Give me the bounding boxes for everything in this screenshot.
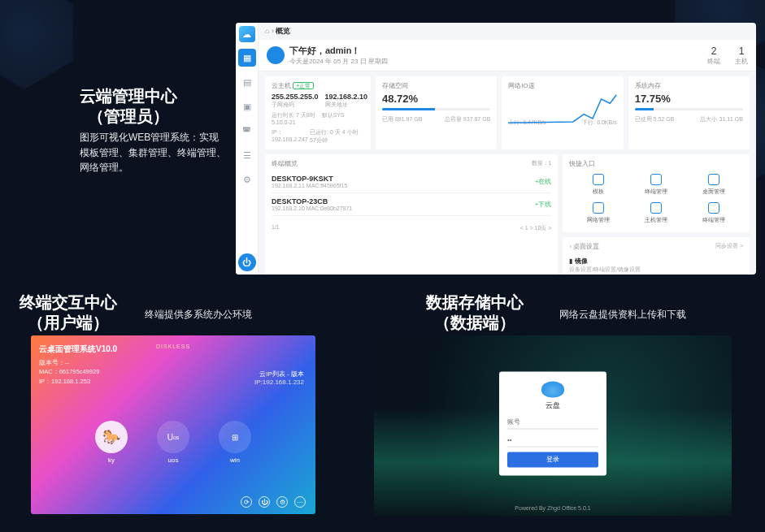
cloud-section-desc: 网络云盘提供资料上传和下载	[559, 307, 686, 322]
terminal-panel: 终端概览 数量：1 DESKTOP-9KSKT 192.168.2.11 MAC…	[265, 154, 558, 275]
login-title: 云盘	[507, 400, 598, 411]
username-input[interactable]	[507, 416, 598, 429]
terminal-section-title: 终端交互中心 （用户端）	[20, 292, 117, 333]
terminal-section-desc: 终端提供多系统办公环境	[145, 307, 252, 322]
nav-gear-icon[interactable]: ⚙	[238, 171, 256, 188]
sync-link[interactable]: 同步设置 >	[715, 242, 743, 253]
admin-section-desc: 图形可视化WEB管理系统：实现模板管理、集群管理、终端管理、网络管理。	[80, 130, 228, 175]
refresh-icon[interactable]: ⟳	[241, 496, 252, 508]
storage-card: 存储空间 48.72% 已用 891.97 GB 总容量 937.87 GB	[376, 76, 497, 149]
admin-section-title: 云端管理中心 （管理员）	[80, 86, 177, 127]
admin-sidebar: ☁ ▦ ▤ ▣ ◚ ☰ ⚙ ⏻	[236, 23, 259, 275]
quicklinks-panel: 快捷入口 模板 终端管理 桌面管理 网络管理 主机管理 终端管理	[563, 154, 750, 232]
os-option-uos[interactable]: Uos uos	[157, 421, 189, 464]
network-card: 网络IO速 上行: 8.47KB/s 下行: 6.0KB/s	[502, 76, 623, 149]
pager[interactable]: < 1 > 10页 >	[520, 224, 552, 232]
nav-overview-icon[interactable]: ▦	[238, 49, 256, 67]
terminal-row[interactable]: DESKTOP-9KSKT 192.168.2.11 MAC:ff45965f1…	[272, 171, 551, 193]
nav-template-icon[interactable]: ▤	[238, 73, 256, 91]
terminal-client: 云桌面管理系统V10.0 DISKLESS 版本号：-- MAC：661795c…	[31, 335, 315, 514]
greeting-text: 下午好，admin！	[289, 45, 388, 57]
desktop-settings-panel: ◦ 桌面设置 同步设置 > ▮ 镜像 设备设置/终端设置/镜像设置 语言 汉语 …	[563, 237, 750, 275]
quicklink[interactable]: 网络管理	[569, 199, 627, 227]
server-info: 云IP列表 - 版本 IP:192.168.1.232	[254, 370, 304, 386]
quicklink[interactable]: 终端管理	[628, 171, 685, 199]
quicklink[interactable]: 主机管理	[628, 199, 685, 227]
breadcrumb-home-icon[interactable]: ⌂	[265, 27, 269, 35]
gear-icon[interactable]: ⚙	[276, 496, 288, 508]
nav-power-icon[interactable]: ⏻	[238, 253, 256, 271]
quicklink[interactable]: 桌面管理	[685, 171, 743, 199]
os-option-win[interactable]: ⊞ win	[219, 421, 251, 464]
more-icon[interactable]: ⋯	[294, 496, 306, 508]
metric-terminal-count: 2	[707, 45, 720, 57]
quicklink[interactable]: 模板	[569, 171, 627, 199]
login-button[interactable]: 登录	[507, 452, 598, 467]
breadcrumb-page: 概览	[276, 27, 290, 35]
nav-user-icon[interactable]: ☰	[238, 146, 256, 164]
cloud-section-title: 数据存储中心 （数据端）	[426, 292, 524, 333]
avatar[interactable]	[267, 46, 285, 64]
cloud-login-panel: 云盘 登录 Powered By Zhgd Office 5.0.1	[374, 335, 732, 516]
host-card: 云主机 +正常 255.255.255.0子网掩码 192.168.2.10网关…	[265, 76, 371, 149]
diskless-label: DISKLESS	[156, 344, 190, 349]
nav-terminal-icon[interactable]: ◚	[238, 122, 256, 140]
metric-host-count: 1	[735, 45, 748, 57]
admin-dashboard: ☁ ▦ ▤ ▣ ◚ ☰ ⚙ ⏻ ⌂ › 概览 下午好，admin！ 今天是202…	[236, 23, 756, 275]
nav-host-icon[interactable]: ▣	[238, 97, 256, 115]
logo-icon: ☁	[239, 26, 255, 42]
memory-card: 系统内存 17.75% 已使用 5.52 GB 总大小 31.11 GB	[628, 76, 750, 149]
quicklink[interactable]: 终端管理	[685, 199, 743, 227]
copyright-text: Powered By Zhgd Office 5.0.1	[374, 505, 732, 511]
cloud-icon	[541, 381, 564, 397]
date-text: 今天是2024 年 05 月 23 日 星期四	[289, 57, 388, 66]
power-icon[interactable]: ⏻	[259, 496, 270, 508]
dashboard-header: 下午好，admin！ 今天是2024 年 05 月 23 日 星期四 2终端 1…	[259, 40, 756, 71]
os-option-ky[interactable]: 🐎 ky	[95, 421, 128, 464]
password-input[interactable]	[507, 434, 598, 447]
breadcrumb: ⌂ › 概览	[259, 23, 756, 40]
host-ip: IP：192.168.2.247	[272, 128, 310, 145]
host-uptime: 已运行: 0 天 4 小时 57分钟	[310, 128, 364, 145]
terminal-row[interactable]: DESKTOP-23CB 192.168.2.10 MAC:0e80b27871…	[272, 193, 551, 216]
